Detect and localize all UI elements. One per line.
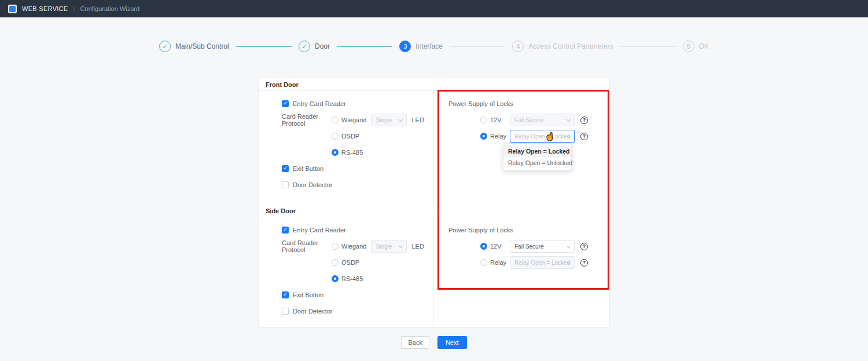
step-number: 3 (403, 43, 407, 50)
side-door-section-header: Side Door (259, 205, 609, 217)
rs485-radio[interactable] (332, 275, 339, 282)
help-icon[interactable] (580, 133, 588, 140)
page-title: Configuration Wizard (80, 5, 139, 12)
wizard-footer: Back Next (0, 336, 868, 349)
wiegand-mode-select[interactable]: Single (371, 114, 407, 126)
dropdown-option-relay-open-unlocked[interactable]: Relay Open = Unlocked (503, 157, 571, 169)
card-reader-protocol-row: Card Reader Protocol Wiegand Single LED (282, 238, 433, 254)
12v-radio[interactable] (480, 116, 487, 123)
brand-name: WEB SERVICE (22, 5, 68, 12)
relay-mode-select[interactable]: Relay Open = Locked (510, 256, 575, 269)
top-bar: WEB SERVICE | Configuration Wizard (0, 0, 868, 17)
12v-radio[interactable] (480, 243, 487, 250)
12v-mode-select[interactable]: Fail Secure (510, 240, 575, 253)
step-circle: 5 (683, 41, 694, 52)
power-supply-title-row: Power Supply of Locks (448, 222, 609, 238)
exit-button-checkbox[interactable] (282, 165, 289, 172)
relay-radio[interactable] (480, 259, 487, 266)
front-door-title: Front Door (266, 81, 299, 88)
12v-label: 12V (490, 243, 510, 250)
back-button[interactable]: Back (401, 336, 429, 349)
step-door: Door (299, 41, 330, 52)
card-reader-protocol-label: Card Reader Protocol (282, 113, 332, 127)
rs485-row: RS-485 (282, 144, 433, 161)
exit-button-label: Exit Button (293, 291, 323, 298)
relay-row: Relay Relay Open = Locked (448, 254, 609, 271)
osdp-row: OSDP (282, 128, 433, 144)
relay-mode-dropdown: Relay Open = Locked Relay Open = Unlocke… (503, 143, 572, 171)
rs485-radio[interactable] (332, 149, 339, 156)
dropdown-option-relay-open-locked[interactable]: Relay Open = Locked (503, 145, 571, 157)
rs485-row: RS-485 (282, 271, 433, 287)
osdp-label: OSDP (341, 259, 359, 266)
wiegand-label: Wiegand (341, 243, 366, 250)
side-door-section-body: Entry Card Reader Card Reader Protocol W… (259, 217, 609, 327)
card-reader-protocol-label: Card Reader Protocol (282, 239, 332, 253)
chevron-down-icon (567, 244, 571, 248)
rs485-label: RS-485 (341, 149, 363, 156)
wiegand-radio[interactable] (332, 243, 339, 250)
12v-mode-select[interactable]: Fail Secure (510, 114, 575, 126)
12v-mode-value: Fail Secure (514, 117, 544, 123)
side-door-reader-column: Entry Card Reader Card Reader Protocol W… (259, 217, 434, 327)
wiegand-mode-select[interactable]: Single (371, 240, 407, 253)
wiegand-mode-value: Single (376, 117, 392, 123)
front-door-section-body: Entry Card Reader Card Reader Protocol W… (259, 91, 609, 205)
exit-button-checkbox[interactable] (282, 291, 289, 298)
step-label: OK (699, 42, 709, 50)
relay-radio[interactable] (480, 133, 487, 140)
wiegand-radio[interactable] (332, 116, 339, 123)
exit-button-row: Exit Button (282, 161, 433, 177)
step-done-icon (299, 41, 310, 52)
exit-button-label: Exit Button (293, 165, 323, 172)
door-detector-row: Door Detector (282, 177, 433, 193)
step-number: 4 (516, 43, 520, 50)
chevron-down-icon (567, 118, 571, 122)
step-label: Access Control Parameters (528, 42, 613, 50)
step-ok: 5 OK (683, 41, 709, 52)
step-label: Door (315, 42, 330, 50)
12v-row: 12V Fail Secure (448, 238, 609, 254)
help-icon[interactable] (580, 243, 588, 250)
card-reader-protocol-row: Card Reader Protocol Wiegand Single LED (282, 112, 433, 128)
relay-row: Relay Relay Open = Locked (448, 128, 609, 144)
app-logo-icon (8, 5, 17, 13)
door-detector-label: Door Detector (293, 181, 332, 188)
entry-card-reader-label: Entry Card Reader (293, 100, 346, 107)
osdp-radio[interactable] (332, 133, 339, 140)
led-label: LED (411, 243, 424, 250)
wiegand-mode-value: Single (376, 243, 392, 250)
stepper-connector (236, 46, 292, 47)
relay-label: Relay (490, 259, 510, 266)
door-detector-checkbox[interactable] (282, 181, 289, 188)
osdp-radio[interactable] (332, 259, 339, 266)
power-supply-title: Power Supply of Locks (448, 100, 513, 107)
entry-card-reader-checkbox[interactable] (282, 227, 289, 234)
front-door-power-column: Power Supply of Locks 12V Fail Secure Re… (434, 91, 609, 205)
step-done-icon (159, 41, 171, 52)
front-door-reader-column: Entry Card Reader Card Reader Protocol W… (259, 91, 434, 205)
interface-config-panel: Front Door Entry Card Reader Card Reader… (258, 78, 610, 328)
relay-mode-value: Relay Open = Locked (514, 260, 570, 266)
step-access-control-parameters: 4 Access Control Parameters (512, 41, 613, 52)
12v-row: 12V Fail Secure (448, 112, 609, 128)
step-label: Main/Sub Control (175, 42, 229, 50)
power-supply-title: Power Supply of Locks (448, 227, 513, 234)
relay-mode-select[interactable]: Relay Open = Locked (510, 130, 575, 143)
entry-card-reader-row: Entry Card Reader (282, 96, 433, 112)
entry-card-reader-row: Entry Card Reader (282, 222, 433, 238)
step-label: Interface (415, 42, 443, 50)
wiegand-label: Wiegand (341, 116, 366, 123)
help-icon[interactable] (580, 116, 588, 124)
entry-card-reader-checkbox[interactable] (282, 100, 289, 107)
door-detector-checkbox[interactable] (282, 308, 289, 315)
next-button[interactable]: Next (437, 336, 467, 349)
osdp-label: OSDP (341, 133, 359, 140)
chevron-down-icon (399, 118, 403, 122)
door-detector-row: Door Detector (282, 303, 433, 319)
step-active-circle: 3 (399, 41, 411, 52)
step-interface: 3 Interface (399, 41, 443, 52)
help-icon[interactable] (580, 259, 588, 267)
rs485-label: RS-485 (341, 275, 363, 282)
12v-mode-value: Fail Secure (514, 243, 544, 250)
